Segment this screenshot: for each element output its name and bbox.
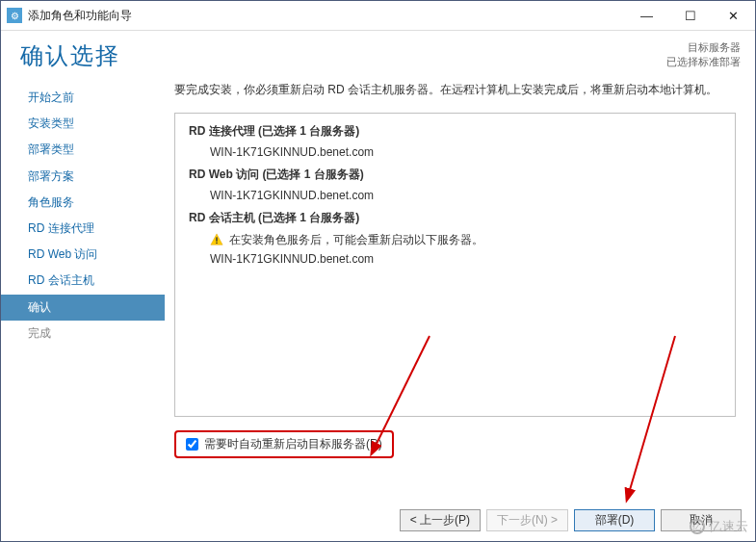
sidebar-item[interactable]: 部署方案 [1, 164, 165, 190]
watermark: 亿速云 [690, 518, 749, 535]
wizard-body: 开始之前安装类型部署类型部署方案角色服务RD 连接代理RD Web 访问RD 会… [1, 81, 755, 458]
titlebar: 添加角色和功能向导 ― ☐ ✕ [1, 1, 755, 30]
next-button: 下一步(N) > [486, 509, 568, 531]
target-label: 目标服务器 [666, 40, 741, 55]
sidebar-item[interactable]: RD Web 访问 [1, 242, 165, 268]
target-info: 目标服务器 已选择标准部署 [666, 40, 741, 70]
server-item: WIN-1K71GKINNUD.benet.com [189, 145, 721, 159]
minimize-button[interactable]: ― [625, 1, 668, 30]
confirmation-list: RD 连接代理 (已选择 1 台服务器)WIN-1K71GKINNUD.bene… [174, 113, 736, 417]
window-controls: ― ☐ ✕ [625, 1, 755, 30]
watermark-icon [690, 519, 705, 534]
window-title: 添加角色和功能向导 [28, 8, 625, 24]
page-header: 确认选择 目标服务器 已选择标准部署 [1, 30, 755, 81]
server-item: WIN-1K71GKINNUD.benet.com [189, 189, 721, 202]
section-heading: RD 连接代理 (已选择 1 台服务器) [189, 123, 721, 140]
server-item: WIN-1K71GKINNUD.benet.com [189, 252, 721, 266]
sidebar-item[interactable]: 部署类型 [1, 137, 165, 163]
main-panel: 要完成安装，你必须重新启动 RD 会话主机服务器。在远程计算机上安装完成后，将重… [165, 81, 755, 458]
sidebar-item: 完成 [1, 321, 165, 347]
target-value: 已选择标准部署 [666, 55, 741, 69]
restart-checkbox-row[interactable]: 需要时自动重新启动目标服务器(R) [174, 430, 394, 458]
previous-button[interactable]: < 上一步(P) [400, 509, 481, 531]
sidebar-item: 确认 [1, 295, 165, 321]
warning-text: 在安装角色服务后，可能会重新启动以下服务器。 [229, 232, 483, 248]
svg-rect-1 [216, 243, 217, 244]
sidebar-item[interactable]: RD 连接代理 [1, 216, 165, 242]
deploy-button[interactable]: 部署(D) [574, 509, 655, 531]
close-button[interactable]: ✕ [712, 1, 755, 30]
warning-row: 在安装角色服务后，可能会重新启动以下服务器。 [189, 232, 721, 248]
wizard-sidebar: 开始之前安装类型部署类型部署方案角色服务RD 连接代理RD Web 访问RD 会… [1, 81, 165, 458]
maximize-button[interactable]: ☐ [668, 1, 712, 30]
sidebar-item[interactable]: 安装类型 [1, 111, 165, 137]
svg-rect-0 [216, 238, 217, 242]
restart-checkbox-label: 需要时自动重新启动目标服务器(R) [204, 436, 382, 452]
sidebar-item[interactable]: 开始之前 [1, 85, 165, 111]
section-heading: RD Web 访问 (已选择 1 台服务器) [189, 167, 721, 183]
page-title: 确认选择 [20, 40, 666, 71]
app-icon [7, 8, 22, 23]
restart-checkbox[interactable] [186, 438, 198, 451]
section-heading: RD 会话主机 (已选择 1 台服务器) [189, 210, 721, 226]
intro-text: 要完成安装，你必须重新启动 RD 会话主机服务器。在远程计算机上安装完成后，将重… [174, 81, 736, 99]
sidebar-item[interactable]: 角色服务 [1, 190, 165, 216]
watermark-text: 亿速云 [709, 518, 749, 535]
sidebar-item[interactable]: RD 会话主机 [1, 268, 165, 294]
warning-icon [210, 233, 223, 246]
wizard-window: 添加角色和功能向导 ― ☐ ✕ 确认选择 目标服务器 已选择标准部署 开始之前安… [0, 0, 756, 542]
